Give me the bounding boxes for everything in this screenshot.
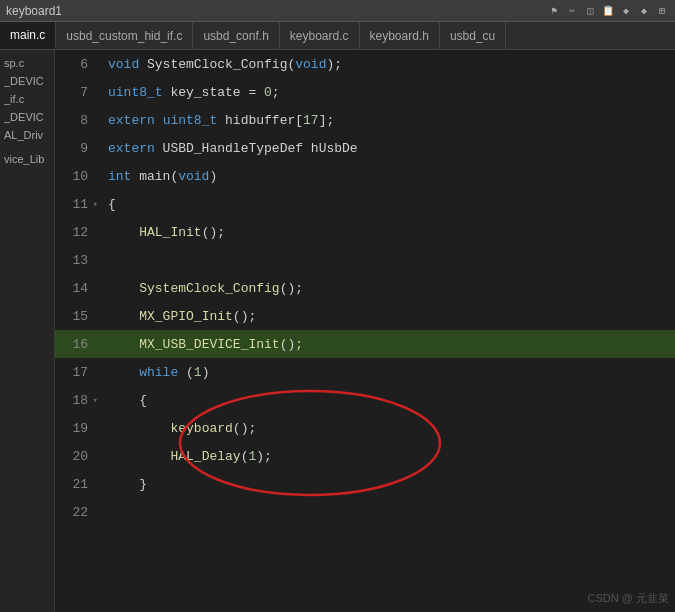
line-content-15: MX_GPIO_Init(); xyxy=(100,302,675,330)
tab-label: usbd_custom_hid_if.c xyxy=(66,29,182,43)
tab-usbd-custom-hid[interactable]: usbd_custom_hid_if.c xyxy=(56,22,193,49)
tab-label: main.c xyxy=(10,28,45,42)
line-number-18: 18▾ xyxy=(55,386,100,414)
line-content-7: uint8_t key_state = 0; xyxy=(100,78,675,106)
line-number-10: 10 xyxy=(55,162,100,190)
copy-icon: ◫ xyxy=(583,4,597,18)
line-content-18: { xyxy=(100,386,675,414)
code-line-17: 17 while (1) xyxy=(55,358,675,386)
line-content-14: SystemClock_Config(); xyxy=(100,274,675,302)
code-line-22: 22 xyxy=(55,498,675,526)
tab-usbd-cu[interactable]: usbd_cu xyxy=(440,22,506,49)
title-bar-text: keyboard1 xyxy=(6,4,62,18)
sidebar-item-aldriv[interactable]: AL_Driv xyxy=(0,126,54,144)
tab-keyboard-c[interactable]: keyboard.c xyxy=(280,22,360,49)
code-line-16: 16 MX_USB_DEVICE_Init(); xyxy=(55,330,675,358)
code-line-19: 19 keyboard(); xyxy=(55,414,675,442)
code-line-21: 21 } xyxy=(55,470,675,498)
tab-bar: main.c usbd_custom_hid_if.c usbd_conf.h … xyxy=(0,22,675,50)
sidebar-item-vicelib[interactable]: vice_Lib xyxy=(0,150,54,168)
sidebar-item-devic1[interactable]: _DEVIC xyxy=(0,72,54,90)
tab-label: keyboard.c xyxy=(290,29,349,43)
code-area[interactable]: 6void SystemClock_Config(void);7uint8_t … xyxy=(55,50,675,612)
line-content-11: { xyxy=(100,190,675,218)
sidebar-item-devic2[interactable]: _DEVIC xyxy=(0,108,54,126)
grid-icon: ⊞ xyxy=(655,4,669,18)
title-bar: keyboard1 ⚑ ✂ ◫ 📋 ◆ ◆ ⊞ xyxy=(0,0,675,22)
line-number-21: 21 xyxy=(55,470,100,498)
code-line-18: 18▾ { xyxy=(55,386,675,414)
code-line-7: 7uint8_t key_state = 0; xyxy=(55,78,675,106)
line-number-12: 12 xyxy=(55,218,100,246)
line-content-22 xyxy=(100,498,675,526)
diamond1-icon: ◆ xyxy=(619,4,633,18)
line-content-17: while (1) xyxy=(100,358,675,386)
line-content-20: HAL_Delay(1); xyxy=(100,442,675,470)
code-line-20: 20 HAL_Delay(1); xyxy=(55,442,675,470)
sidebar-item-ifc[interactable]: _if.c xyxy=(0,90,54,108)
tab-usbd-conf[interactable]: usbd_conf.h xyxy=(193,22,279,49)
code-line-8: 8extern uint8_t hidbuffer[17]; xyxy=(55,106,675,134)
line-content-6: void SystemClock_Config(void); xyxy=(100,50,675,78)
paste-icon: 📋 xyxy=(601,4,615,18)
line-content-8: extern uint8_t hidbuffer[17]; xyxy=(100,106,675,134)
fold-marker-11[interactable]: ▾ xyxy=(93,199,98,210)
code-line-13: 13 xyxy=(55,246,675,274)
diamond2-icon: ◆ xyxy=(637,4,651,18)
sidebar-item-sp[interactable]: sp.c xyxy=(0,54,54,72)
line-number-8: 8 xyxy=(55,106,100,134)
line-number-9: 9 xyxy=(55,134,100,162)
line-number-17: 17 xyxy=(55,358,100,386)
fold-marker-18[interactable]: ▾ xyxy=(93,395,98,406)
main-layout: sp.c _DEVIC _if.c _DEVIC AL_Driv vice_Li… xyxy=(0,50,675,612)
line-content-10: int main(void) xyxy=(100,162,675,190)
tab-label: keyboard.h xyxy=(370,29,429,43)
line-number-11: 11▾ xyxy=(55,190,100,218)
tab-label: usbd_cu xyxy=(450,29,495,43)
code-line-6: 6void SystemClock_Config(void); xyxy=(55,50,675,78)
line-content-21: } xyxy=(100,470,675,498)
scissors-icon: ✂ xyxy=(565,4,579,18)
code-line-10: 10int main(void) xyxy=(55,162,675,190)
tab-main-c[interactable]: main.c xyxy=(0,22,56,49)
code-line-12: 12 HAL_Init(); xyxy=(55,218,675,246)
line-content-13 xyxy=(100,246,675,274)
line-number-15: 15 xyxy=(55,302,100,330)
watermark: CSDN @ 元韭菜 xyxy=(588,591,669,606)
sidebar: sp.c _DEVIC _if.c _DEVIC AL_Driv vice_Li… xyxy=(0,50,55,612)
flag-icon: ⚑ xyxy=(547,4,561,18)
line-number-7: 7 xyxy=(55,78,100,106)
tab-label: usbd_conf.h xyxy=(203,29,268,43)
line-content-12: HAL_Init(); xyxy=(100,218,675,246)
line-number-20: 20 xyxy=(55,442,100,470)
tab-keyboard-h[interactable]: keyboard.h xyxy=(360,22,440,49)
code-line-14: 14 SystemClock_Config(); xyxy=(55,274,675,302)
line-content-9: extern USBD_HandleTypeDef hUsbDe xyxy=(100,134,675,162)
code-table: 6void SystemClock_Config(void);7uint8_t … xyxy=(55,50,675,526)
code-line-9: 9extern USBD_HandleTypeDef hUsbDe xyxy=(55,134,675,162)
code-line-15: 15 MX_GPIO_Init(); xyxy=(55,302,675,330)
line-number-22: 22 xyxy=(55,498,100,526)
line-number-14: 14 xyxy=(55,274,100,302)
line-number-16: 16 xyxy=(55,330,100,358)
line-number-19: 19 xyxy=(55,414,100,442)
code-line-11: 11▾{ xyxy=(55,190,675,218)
line-content-19: keyboard(); xyxy=(100,414,675,442)
line-number-13: 13 xyxy=(55,246,100,274)
line-number-6: 6 xyxy=(55,50,100,78)
line-content-16: MX_USB_DEVICE_Init(); xyxy=(100,330,675,358)
title-bar-icons: ⚑ ✂ ◫ 📋 ◆ ◆ ⊞ xyxy=(547,4,669,18)
